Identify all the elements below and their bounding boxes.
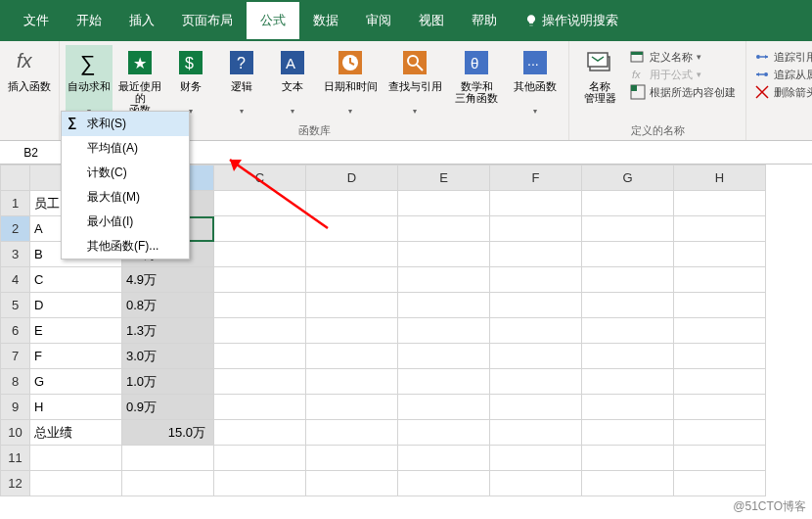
dd-min[interactable]: 最小值(I) — [62, 210, 189, 234]
group-formula-auditing: 追踪引用单 追踪从属单 删除箭头▾ — [746, 41, 812, 140]
cell[interactable]: 0.9万 — [122, 395, 214, 420]
mathtrig-button[interactable]: θ 数学和 三角函数 — [449, 45, 504, 121]
svg-rect-20 — [588, 53, 608, 67]
logical-button[interactable]: ? 逻辑 ▾ — [218, 45, 265, 121]
define-name-button[interactable]: 定义名称▾ — [630, 49, 736, 65]
col-header-E[interactable]: E — [398, 165, 490, 191]
tell-me[interactable]: 操作说明搜索 — [511, 2, 632, 39]
ribbon-tabs: 文件 开始 插入 页面布局 公式 数据 审阅 视图 帮助 操作说明搜索 — [0, 0, 812, 41]
theta-icon: θ — [461, 47, 492, 78]
insert-function-button[interactable]: fx 插入函数 — [6, 45, 53, 138]
row-header[interactable]: 4 — [1, 267, 30, 293]
col-header-H[interactable]: H — [674, 165, 766, 191]
cell[interactable]: F — [30, 344, 122, 369]
more-functions-button[interactable]: ··· 其他函数 ▾ — [508, 45, 563, 121]
svg-text:···: ··· — [527, 56, 539, 71]
dd-sum[interactable]: ∑求和(S) — [62, 112, 189, 136]
select-all-corner[interactable] — [1, 165, 30, 191]
lookup-button[interactable]: 查找与引用 ▾ — [384, 45, 445, 121]
dd-average[interactable]: 平均值(A) — [62, 136, 189, 161]
row-header[interactable]: 3 — [1, 242, 30, 267]
cell[interactable] — [214, 191, 306, 216]
cell[interactable]: H — [30, 395, 122, 420]
more-label: 其他函数 — [514, 80, 557, 104]
lookup-icon — [399, 47, 430, 78]
row-header[interactable]: 8 — [1, 369, 30, 395]
row-header[interactable]: 7 — [1, 344, 30, 369]
function-library-label: 函数库 — [298, 121, 331, 138]
row-header[interactable]: 6 — [1, 318, 30, 344]
autosum-dropdown: ∑求和(S) 平均值(A) 计数(C) 最大值(M) 最小值(I) 其他函数(F… — [61, 111, 190, 260]
autosum-label: 自动求和 — [68, 80, 111, 104]
svg-rect-22 — [631, 52, 643, 55]
svg-rect-25 — [631, 85, 637, 91]
name-manager-label: 名称 管理器 — [584, 80, 616, 104]
cell[interactable]: C — [30, 267, 122, 293]
remove-arrows-button[interactable]: 删除箭头▾ — [754, 84, 812, 100]
row-header[interactable]: 9 — [1, 395, 30, 420]
text-button[interactable]: A 文本 ▾ — [269, 45, 316, 121]
cell[interactable]: D — [30, 293, 122, 318]
svg-rect-12 — [403, 51, 427, 74]
financial-label: 财务 — [180, 80, 202, 104]
row-header[interactable]: 1 — [1, 191, 30, 216]
sigma-small-icon: ∑ — [68, 115, 76, 129]
tab-help[interactable]: 帮助 — [458, 2, 511, 39]
cell[interactable]: 3.0万 — [122, 344, 214, 369]
row-header[interactable]: 2 — [1, 216, 30, 242]
star-icon: ★ — [124, 47, 156, 78]
tag-icon — [584, 47, 615, 78]
cell[interactable]: G — [30, 369, 122, 395]
tab-formulas[interactable]: 公式 — [247, 2, 299, 39]
cell[interactable]: 4.9万 — [122, 267, 214, 293]
col-header-D[interactable]: D — [306, 165, 398, 191]
insert-function-label: 插入函数 — [8, 80, 51, 104]
name-manager-button[interactable]: 名称 管理器 — [575, 45, 624, 121]
tab-layout[interactable]: 页面布局 — [168, 2, 247, 39]
text-label: 文本 — [282, 80, 303, 104]
svg-text:∑: ∑ — [80, 51, 96, 75]
mathtrig-label: 数学和 三角函数 — [455, 80, 498, 104]
cell[interactable]: 15.0万 — [122, 420, 214, 446]
datetime-button[interactable]: 日期和时间 ▾ — [320, 45, 381, 121]
cell[interactable]: E — [30, 318, 122, 344]
tab-review[interactable]: 审阅 — [352, 2, 405, 39]
col-header-F[interactable]: F — [490, 165, 582, 191]
svg-text:fx: fx — [17, 50, 33, 71]
group-insertfn: fx 插入函数 — [0, 41, 60, 140]
bulb-icon — [524, 14, 538, 27]
tab-file[interactable]: 文件 — [10, 2, 63, 39]
group-defined-names: 名称 管理器 定义名称▾ fx用于公式▾ 根据所选内容创建 定义的名称 — [569, 41, 746, 140]
trace-precedents-button[interactable]: 追踪引用单 — [754, 49, 812, 65]
svg-text:fx: fx — [632, 69, 641, 80]
defined-names-label: 定义的名称 — [631, 121, 685, 138]
svg-text:?: ? — [237, 55, 246, 71]
trace-dependents-button[interactable]: 追踪从属单 — [754, 67, 812, 82]
fx-icon: fx — [14, 47, 45, 78]
dd-max[interactable]: 最大值(M) — [62, 185, 189, 210]
col-header-G[interactable]: G — [582, 165, 674, 191]
cell[interactable]: 0.8万 — [122, 293, 214, 318]
cell[interactable]: 1.3万 — [122, 318, 214, 344]
tab-home[interactable]: 开始 — [63, 2, 115, 39]
row-header[interactable]: 11 — [1, 446, 30, 471]
tab-view[interactable]: 视图 — [405, 2, 458, 39]
name-box[interactable]: B2 — [0, 141, 63, 164]
money-icon: $ — [175, 47, 206, 78]
create-from-selection-button[interactable]: 根据所选内容创建 — [630, 84, 736, 100]
cell[interactable]: 1.0万 — [122, 369, 214, 395]
tab-insert[interactable]: 插入 — [115, 2, 168, 39]
row-header[interactable]: 12 — [1, 471, 30, 496]
cell[interactable]: 总业绩 — [30, 420, 122, 446]
row-header[interactable]: 10 — [1, 420, 30, 446]
lookup-label: 查找与引用 — [388, 80, 442, 104]
col-header-C[interactable]: C — [214, 165, 306, 191]
dd-count[interactable]: 计数(C) — [62, 161, 189, 185]
svg-marker-31 — [756, 72, 759, 76]
tab-data[interactable]: 数据 — [299, 2, 352, 39]
clock-icon — [335, 47, 366, 78]
svg-text:θ: θ — [471, 55, 478, 71]
row-header[interactable]: 5 — [1, 293, 30, 318]
question-icon: ? — [226, 47, 257, 78]
dd-other[interactable]: 其他函数(F)... — [62, 234, 189, 259]
